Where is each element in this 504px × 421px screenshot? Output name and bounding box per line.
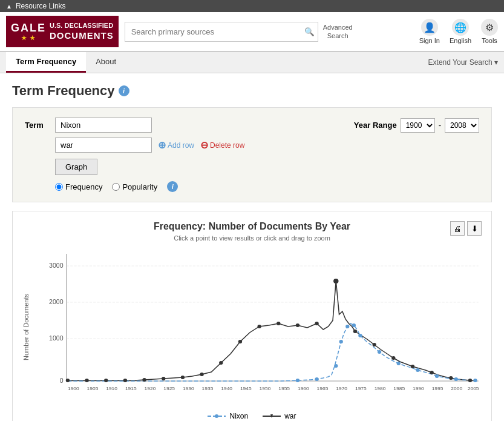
user-icon: 👤 (421, 19, 438, 36)
legend-nixon-line (208, 413, 226, 419)
logo-text: U.S. DECLASSIFIED DOCUMENTS (50, 22, 114, 41)
logo-gale: GALE ★ ★ (11, 22, 46, 41)
delete-row-button[interactable]: ⊖ Delete row (200, 139, 244, 151)
svg-point-61 (397, 362, 401, 365)
svg-point-32 (85, 379, 88, 382)
chart-svg-wrap[interactable]: 0 1000 2000 3000 1900 1905 1910 1915 192… (34, 248, 482, 407)
radio-row: Frequency Popularity i (55, 181, 479, 192)
svg-text:1995: 1995 (432, 386, 443, 391)
svg-text:2000: 2000 (49, 299, 64, 305)
chart-svg[interactable]: 0 1000 2000 3000 1900 1905 1910 1915 192… (34, 248, 482, 405)
download-icon: ⬇ (471, 224, 478, 233)
legend-war: war (263, 412, 296, 420)
svg-point-64 (454, 377, 458, 381)
svg-text:1945: 1945 (240, 386, 252, 391)
frequency-radio-item[interactable]: Frequency (55, 182, 102, 191)
advanced-search-link[interactable]: Advanced Search (323, 23, 353, 41)
logo-line2: DOCUMENTS (50, 30, 114, 41)
language-button[interactable]: 🌐 English (450, 19, 471, 44)
frequency-radio[interactable] (55, 183, 63, 191)
svg-point-42 (277, 322, 280, 325)
nixon-line[interactable] (68, 323, 476, 381)
graph-button[interactable]: Graph (55, 159, 97, 175)
legend-war-label: war (284, 412, 296, 420)
popularity-label: Popularity (122, 182, 157, 191)
svg-text:1950: 1950 (260, 386, 271, 391)
search-button[interactable]: 🔍 (304, 27, 315, 36)
svg-point-33 (104, 379, 108, 382)
chart-wrap: Frequency: Number of Documents By Year C… (22, 221, 482, 420)
svg-point-40 (238, 340, 242, 343)
year-range-wrap: Year Range 1900190519101915 192019251930… (354, 118, 479, 133)
term-label: Term (25, 121, 49, 130)
gear-icon: ⚙ (481, 19, 498, 36)
svg-point-35 (142, 378, 146, 382)
svg-point-34 (123, 379, 127, 382)
add-row-label: Add row (168, 141, 194, 150)
chart-download-button[interactable]: ⬇ (467, 221, 482, 236)
svg-point-53 (296, 379, 299, 382)
svg-text:0: 0 (60, 377, 64, 384)
chart-title: Frequency: Number of Documents By Year (22, 221, 482, 232)
tools-button[interactable]: ⚙ Tools (481, 19, 498, 44)
svg-text:1965: 1965 (317, 386, 329, 391)
svg-text:1930: 1930 (183, 386, 194, 391)
resource-links-label: Resource Links (16, 2, 66, 10)
svg-point-43 (296, 323, 299, 327)
advanced-search-line1: Advanced (323, 23, 353, 31)
svg-text:2005: 2005 (468, 386, 479, 391)
logo[interactable]: GALE ★ ★ U.S. DECLASSIFIED DOCUMENTS (6, 16, 119, 47)
svg-point-47 (372, 343, 376, 346)
resource-links-bar[interactable]: ▲ Resource Links (0, 0, 504, 12)
tab-term-frequency[interactable]: Term Frequency (6, 52, 86, 73)
logo-gale-text: GALE (11, 22, 46, 35)
term1-input[interactable] (55, 118, 152, 133)
svg-point-46 (353, 330, 357, 333)
language-label: English (450, 37, 471, 44)
year-range-label: Year Range (354, 121, 397, 130)
globe-icon: 🌐 (452, 19, 469, 36)
popularity-radio[interactable] (112, 183, 120, 191)
svg-text:1990: 1990 (413, 386, 424, 391)
main-content: Term Frequency i Term Year Range 1900190… (0, 73, 504, 421)
page-title: Term Frequency (12, 83, 115, 99)
term-panel: Term Year Range 1900190519101915 1920192… (12, 107, 492, 202)
svg-point-38 (200, 373, 203, 376)
year-from-select[interactable]: 1900190519101915 1920192519301935 194019… (401, 118, 435, 133)
svg-text:1985: 1985 (393, 386, 405, 391)
svg-point-57 (345, 325, 349, 328)
tab-about[interactable]: About (86, 52, 126, 73)
info-icon[interactable]: i (119, 85, 129, 96)
svg-point-50 (430, 371, 433, 374)
sign-in-button[interactable]: 👤 Sign In (419, 19, 440, 44)
legend-nixon-label: Nixon (229, 412, 248, 420)
search-input[interactable] (125, 22, 318, 42)
year-to-select[interactable]: 1900195019601965 1970197519801985 199019… (445, 118, 479, 133)
logo-line1: U.S. DECLASSIFIED (50, 22, 114, 30)
plus-icon: ⊕ (158, 139, 166, 151)
header-actions: 👤 Sign In 🌐 English ⚙ Tools (419, 19, 498, 44)
svg-text:3000: 3000 (49, 262, 64, 269)
svg-text:1915: 1915 (125, 386, 137, 391)
legend-nixon: Nixon (208, 412, 248, 420)
extend-search-button[interactable]: Extend Your Search (428, 58, 498, 67)
svg-text:1980: 1980 (375, 386, 386, 391)
resource-links-arrow: ▲ (6, 3, 12, 10)
term2-input[interactable] (55, 138, 152, 153)
svg-point-39 (219, 361, 223, 365)
svg-text:1935: 1935 (202, 386, 214, 391)
svg-text:1955: 1955 (278, 386, 290, 391)
svg-point-44 (315, 322, 318, 325)
popularity-radio-item[interactable]: Popularity (112, 182, 157, 191)
chart-print-button[interactable]: 🖨 (450, 221, 465, 236)
sign-in-label: Sign In (419, 37, 440, 44)
svg-text:1905: 1905 (87, 386, 99, 391)
chart-info-icon[interactable]: i (167, 181, 178, 192)
war-line[interactable] (68, 281, 477, 380)
add-row-button[interactable]: ⊕ Add row (158, 139, 194, 151)
svg-point-36 (162, 377, 165, 380)
svg-text:1940: 1940 (221, 386, 232, 391)
svg-point-59 (358, 334, 362, 337)
nav-tabs-left: Term Frequency About (6, 52, 126, 73)
tools-label: Tools (482, 37, 497, 44)
